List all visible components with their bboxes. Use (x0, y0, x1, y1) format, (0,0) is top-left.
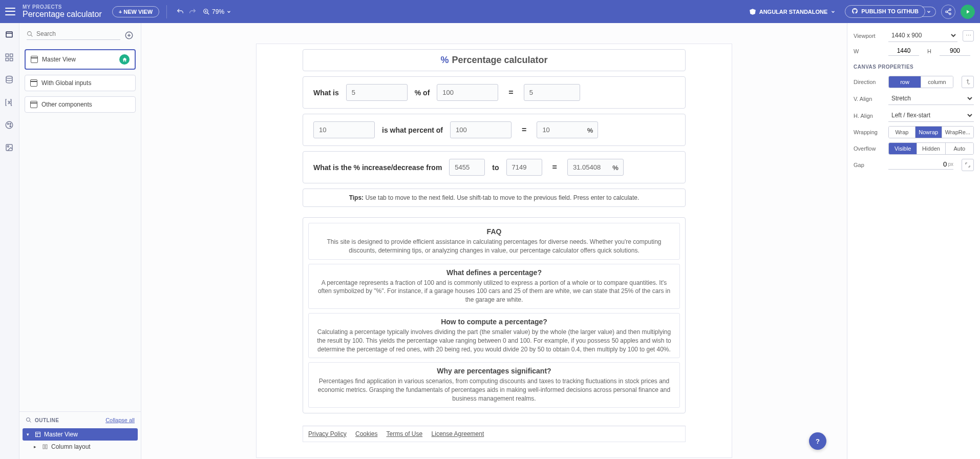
result-output[interactable] (524, 84, 580, 101)
svg-point-22 (28, 31, 32, 35)
input-whole[interactable] (450, 121, 512, 138)
view-item-global-inputs[interactable]: With Global inputs (25, 75, 136, 91)
theme-rail-icon[interactable] (5, 120, 15, 131)
nowrap-button[interactable]: Nowrap (915, 127, 942, 138)
svg-point-18 (10, 123, 11, 124)
zoom-control[interactable]: 79% (203, 8, 231, 15)
calc-row-whatis: What is % of = (303, 76, 686, 109)
svg-rect-12 (10, 54, 12, 56)
valign-label: V. Align (854, 96, 883, 102)
search-input[interactable] (36, 30, 120, 37)
help-button[interactable]: ? (809, 432, 826, 450)
github-icon (851, 8, 858, 14)
view-item-master[interactable]: Master View (25, 49, 136, 70)
svg-line-23 (31, 35, 32, 36)
view-item-label: Other components (41, 101, 92, 108)
input-to[interactable] (506, 159, 542, 176)
label: % of (415, 89, 430, 97)
input-from[interactable] (449, 159, 485, 176)
wrap-button[interactable]: Wrap (889, 127, 915, 138)
footer-link-cookies[interactable]: Cookies (355, 430, 377, 437)
equals-label: = (522, 126, 526, 135)
share-button[interactable] (941, 5, 955, 19)
data-rail-icon[interactable] (5, 75, 15, 86)
view-icon (30, 79, 37, 87)
svg-point-17 (7, 123, 8, 124)
viewport-more-button[interactable]: ⋯ (963, 30, 974, 41)
svg-line-8 (947, 12, 949, 13)
overflow-label: Overflow (854, 145, 883, 152)
faq-body: Percentages find application in various … (315, 377, 673, 403)
view-item-other-components[interactable]: Other components (25, 96, 136, 113)
input-base[interactable] (437, 84, 498, 101)
search-input-wrap[interactable] (27, 30, 120, 40)
left-rail (0, 23, 19, 459)
width-input[interactable] (888, 46, 919, 56)
preview-button[interactable] (961, 5, 975, 19)
direction-row-button[interactable]: row (889, 76, 921, 88)
wrapreverse-button[interactable]: WrapRe... (942, 127, 973, 138)
share-icon (945, 8, 952, 15)
publish-dropdown-button[interactable] (922, 7, 936, 17)
new-view-button[interactable]: + NEW VIEW (112, 6, 159, 17)
overflow-auto-button[interactable]: Auto (946, 143, 973, 154)
svg-rect-11 (6, 54, 8, 56)
tree-row-column-layout[interactable]: ▸ Column layout (23, 441, 138, 453)
view-icon (31, 56, 38, 63)
redo-icon[interactable] (186, 6, 199, 18)
direction-column-button[interactable]: column (921, 76, 953, 88)
assets-rail-icon[interactable] (5, 143, 15, 153)
input-part[interactable] (313, 121, 375, 138)
framework-selector[interactable]: ANGULAR STANDALONE (749, 8, 836, 15)
svg-rect-13 (6, 58, 8, 61)
gap-unit: px (948, 161, 953, 167)
viewport-label: Viewport (854, 33, 883, 39)
equals-label: = (552, 163, 557, 172)
footer-link-license[interactable]: License Agreement (432, 430, 484, 437)
gap-input[interactable] (926, 160, 947, 168)
view-item-label: Master View (42, 56, 76, 63)
projects-label[interactable]: MY PROJECTS (23, 4, 102, 10)
viewport-select[interactable]: 1440 x 900 (888, 29, 957, 42)
wrapping-label: Wrapping (854, 129, 883, 135)
views-rail-icon[interactable] (5, 30, 15, 40)
footer-link-privacy[interactable]: Privacy Policy (308, 430, 347, 437)
gap-expand-button[interactable] (962, 159, 974, 171)
tree-row-master-view[interactable]: ▾ Master View (23, 428, 138, 441)
view-item-label: With Global inputs (41, 79, 91, 87)
label: What is (313, 89, 339, 97)
wrapping-toggle: Wrap Nowrap WrapRe... (888, 126, 974, 138)
collapse-all-link[interactable]: Collapse all (105, 417, 135, 423)
svg-point-4 (949, 9, 951, 11)
search-icon (26, 417, 32, 423)
svg-point-16 (6, 121, 13, 129)
canvas[interactable]: Master View % Percentage calculator What… (141, 23, 847, 459)
components-rail-icon[interactable] (5, 53, 15, 63)
halign-select[interactable]: Left / flex-start (888, 109, 974, 122)
halign-label: H. Align (854, 113, 883, 119)
svg-rect-32 (43, 445, 45, 449)
topbar: MY PROJECTS Percentage calculator + NEW … (0, 0, 980, 23)
valign-select[interactable]: Stretch (888, 92, 974, 105)
view-list: Master View With Global inputs Other com… (19, 44, 141, 118)
overflow-visible-button[interactable]: Visible (889, 143, 917, 154)
faq-item: FAQ This site is designed to provide eff… (308, 223, 680, 260)
svg-rect-14 (10, 58, 12, 61)
undo-icon[interactable] (174, 6, 186, 18)
hamburger-menu-icon[interactable] (5, 7, 15, 17)
input-percent[interactable] (346, 84, 408, 101)
overflow-hidden-button[interactable]: Hidden (917, 143, 945, 154)
variables-rail-icon[interactable] (5, 98, 15, 108)
label: to (492, 163, 499, 172)
add-view-button[interactable] (124, 31, 134, 40)
footer-link-terms[interactable]: Terms of Use (387, 430, 423, 437)
tree-label: Column layout (51, 443, 91, 450)
swap-direction-button[interactable] (962, 76, 974, 88)
height-input[interactable] (940, 46, 970, 56)
layout-icon (35, 431, 41, 437)
publish-button[interactable]: PUBLISH TO GITHUB (845, 5, 925, 18)
label: What is the % increase/decrease from (313, 163, 442, 172)
faq-title: Why are percentages significant? (315, 367, 673, 375)
artboard[interactable]: % Percentage calculator What is % of = i… (256, 44, 732, 458)
faq-title: What defines a percentage? (315, 268, 673, 277)
